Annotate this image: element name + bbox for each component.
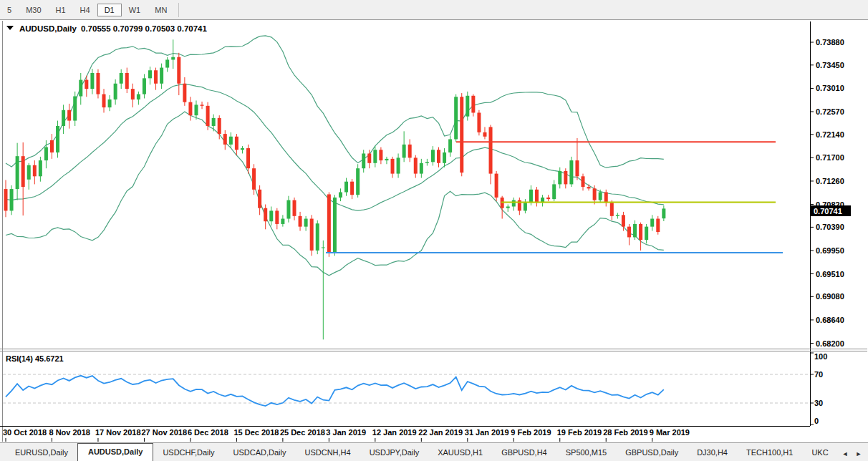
candle-body — [21, 156, 25, 187]
chart-tab-bar: EURUSD,DailyAUDUSD,DailyUSDCHF,DailyUSDC… — [0, 442, 868, 461]
candle — [477, 110, 481, 136]
tab-xauusd-h1[interactable]: XAUUSD,H1 — [428, 445, 492, 461]
candle-body — [604, 193, 608, 203]
chart-window: 0.738800.734500.730100.725700.721400.717… — [0, 20, 868, 442]
candle-body — [177, 57, 180, 84]
timeframe-button-5[interactable]: 5 — [0, 4, 19, 16]
date-axis-label: 9 Mar 2019 — [650, 428, 690, 437]
date-axis-label: 25 Dec 2018 — [280, 428, 325, 437]
candle-body — [252, 168, 256, 190]
candle-body — [373, 150, 377, 163]
candle-body — [524, 203, 527, 210]
price-axis-label: 0.70390 — [816, 223, 844, 231]
candle-body — [408, 145, 412, 158]
tab-tech100-h1[interactable]: TECH100,H1 — [737, 445, 802, 461]
price-axis-label: 0.72570 — [816, 107, 844, 116]
candle — [454, 94, 458, 142]
candle-body — [420, 163, 423, 174]
candle — [327, 193, 331, 257]
candle-body — [183, 84, 186, 102]
candle-body — [379, 150, 382, 160]
timeframe-button-mn[interactable]: MN — [148, 4, 174, 16]
price-axis-label: 0.69510 — [816, 270, 844, 278]
candle-body — [466, 96, 469, 117]
tab-usdjpy-daily[interactable]: USDJPY,Daily — [360, 445, 429, 461]
date-axis-label: 15 Dec 2018 — [233, 428, 279, 437]
rsi-indicator-label: RSI(14) 45.6721 — [6, 354, 64, 363]
candle-body — [33, 165, 37, 177]
candle-body — [120, 73, 123, 84]
price-axis-label: 0.69080 — [816, 292, 844, 301]
candle-body — [10, 189, 14, 210]
candle-body — [188, 102, 192, 116]
candle-body — [483, 132, 486, 137]
candle-body — [431, 150, 435, 162]
candle-body — [310, 219, 314, 251]
candle-body — [218, 118, 221, 134]
candle-body — [212, 118, 216, 126]
tab-usdcnh-h4[interactable]: USDCNH,H4 — [295, 445, 360, 461]
candle — [310, 215, 314, 256]
candle-body — [535, 190, 539, 203]
candle-body — [402, 145, 406, 158]
candle-body — [587, 187, 591, 188]
date-axis-label: 22 Jan 2019 — [418, 428, 463, 437]
tab-gbpusd-h4[interactable]: GBPUSD,H4 — [492, 445, 556, 461]
timeframe-button-h4[interactable]: H4 — [73, 4, 97, 16]
toolbar-separator — [178, 3, 179, 17]
timeframe-button-d1[interactable]: D1 — [97, 4, 122, 16]
tabs-scroll-right-icon[interactable]: ► — [856, 450, 862, 457]
tab-audusd-daily[interactable]: AUDUSD,Daily — [77, 443, 153, 461]
price-axis-label: 0.72140 — [816, 130, 844, 139]
candle-body — [154, 70, 158, 84]
candle-body — [137, 94, 140, 100]
candle-body — [102, 94, 106, 108]
candle-body — [223, 134, 227, 145]
candle-body — [67, 110, 71, 121]
candle-body — [344, 182, 348, 193]
price-axis-label: 0.73010 — [816, 84, 844, 92]
tab-usdcad-daily[interactable]: USDCAD,Daily — [224, 445, 296, 461]
tabs-scroll-left-icon[interactable]: ◄ — [842, 450, 849, 457]
candle-body — [148, 70, 152, 78]
candle-body — [558, 171, 561, 185]
tab-sp500-m15[interactable]: SP500,M15 — [556, 445, 616, 461]
candle-body — [437, 150, 440, 163]
candle-body — [62, 110, 65, 126]
candle — [333, 195, 337, 256]
candle-body — [582, 176, 585, 187]
tab-dj30-h4[interactable]: DJ30,H4 — [688, 445, 737, 461]
candle-body — [564, 171, 567, 185]
candle — [356, 164, 360, 198]
timeframe-button-w1[interactable]: W1 — [122, 4, 148, 16]
tab-usdchf-daily[interactable]: USDCHF,Daily — [153, 445, 223, 461]
timeframe-button-m30[interactable]: M30 — [19, 4, 48, 16]
rsi-axis-label: 0 — [814, 417, 819, 425]
date-axis-label: 17 Nov 2018 — [95, 428, 141, 437]
candle-body — [304, 219, 308, 227]
candle-body — [194, 105, 198, 115]
candle-body — [50, 140, 54, 152]
candle — [10, 185, 14, 215]
candle-body — [529, 190, 533, 203]
date-axis-label: 12 Jan 2019 — [372, 428, 417, 437]
tab-gbpusd-daily[interactable]: GBPUSD,Daily — [616, 445, 688, 461]
candle-body — [131, 89, 135, 100]
candle-body — [286, 200, 290, 219]
tab-eurusd-daily[interactable]: EURUSD,Daily — [6, 445, 77, 461]
tab-ukc[interactable]: UKC — [802, 445, 837, 461]
date-axis-label: 27 Nov 2018 — [141, 428, 187, 437]
price-axis-label: 0.73450 — [816, 61, 844, 69]
timeframe-button-h1[interactable]: H1 — [49, 4, 73, 16]
candle-body — [448, 139, 452, 152]
candle-body — [39, 160, 42, 176]
price-axis-label: 0.68640 — [816, 316, 844, 324]
price-axis-label: 0.71700 — [816, 153, 844, 162]
candle-body — [114, 84, 117, 100]
candle-body — [569, 160, 573, 184]
chart-title-symbol: AUDUSD,Daily — [19, 24, 77, 33]
tab-scroll-arrows: ◄ ► — [838, 450, 868, 461]
candle-body — [443, 152, 446, 163]
candle-body — [645, 227, 648, 241]
candle — [466, 92, 469, 121]
